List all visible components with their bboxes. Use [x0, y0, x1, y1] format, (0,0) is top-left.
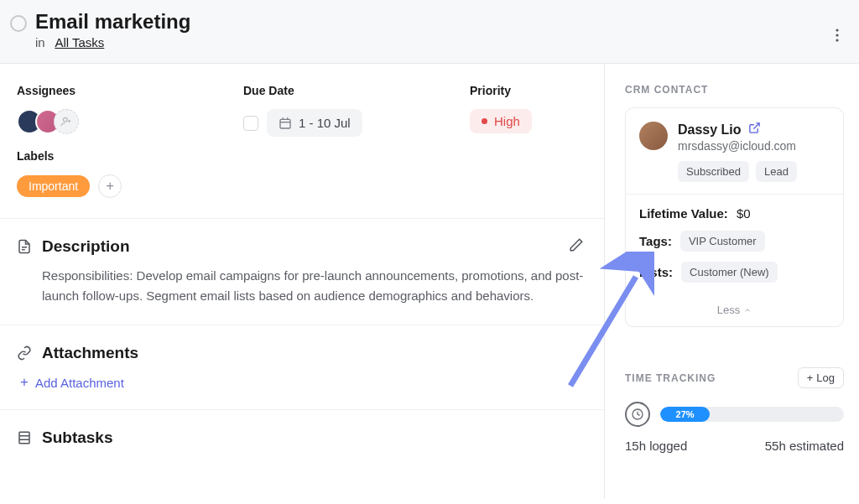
crm-less-label: Less — [717, 304, 740, 316]
document-icon — [17, 238, 32, 255]
priority-value: High — [494, 114, 520, 128]
crm-tag-chip[interactable]: VIP Customer — [680, 231, 765, 252]
assignees-label: Assignees — [17, 84, 243, 97]
time-estimated: 55h estimated — [765, 439, 844, 453]
svg-point-0 — [836, 29, 838, 31]
task-title[interactable]: Email marketing — [35, 10, 842, 34]
due-date-checkbox[interactable] — [243, 116, 258, 131]
svg-rect-12 — [19, 432, 29, 444]
time-progress-bar[interactable]: 27% — [660, 407, 844, 422]
time-progress-fill: 27% — [660, 407, 710, 422]
add-assignee-button[interactable] — [54, 109, 79, 134]
svg-point-3 — [64, 117, 68, 122]
more-vertical-icon — [836, 29, 839, 42]
more-menu-button[interactable] — [827, 25, 847, 45]
subtasks-icon — [17, 429, 32, 446]
svg-rect-6 — [280, 119, 290, 128]
crm-list-chip[interactable]: Customer (New) — [681, 262, 778, 283]
crm-tags-label: Tags: — [639, 234, 672, 248]
breadcrumb-prefix: in — [35, 35, 45, 49]
plus-icon: + — [807, 372, 814, 384]
time-tracking-label: TIME TRACKING — [625, 372, 716, 384]
description-heading: Description — [42, 237, 130, 256]
add-attachment-button[interactable]: + Add Attachment — [20, 374, 587, 391]
crm-collapse-button[interactable]: Less — [717, 304, 752, 316]
crm-ltv-label: Lifetime Value: — [639, 206, 728, 221]
edit-description-button[interactable] — [569, 237, 584, 257]
crm-lists-label: Lists: — [639, 265, 673, 279]
clock-icon — [631, 408, 644, 421]
side-column: CRM CONTACT Dassy Lio mrsdassy@icloud.co… — [604, 64, 859, 499]
label-chip[interactable]: Important — [17, 175, 90, 197]
priority-label: Priority — [470, 84, 570, 97]
calendar-icon — [279, 117, 292, 130]
task-header: Email marketing in All Tasks — [0, 0, 859, 64]
external-link-icon — [748, 122, 761, 134]
svg-line-15 — [753, 123, 759, 129]
crm-contact-card: Dassy Lio mrsdassy@icloud.com Subscribed… — [625, 107, 844, 327]
crm-contact-name[interactable]: Dassy Lio — [678, 122, 742, 138]
time-progress-percent: 27% — [676, 409, 695, 419]
due-date-value: 1 - 10 Jul — [299, 116, 351, 130]
crm-panel-label: CRM CONTACT — [625, 84, 844, 96]
svg-point-1 — [836, 34, 838, 36]
subtasks-section: Subtasks — [0, 410, 604, 465]
start-timer-button[interactable] — [625, 402, 650, 427]
due-date-label: Due Date — [243, 84, 470, 97]
breadcrumb: in All Tasks — [35, 35, 842, 49]
crm-avatar[interactable] — [639, 122, 668, 150]
breadcrumb-link[interactable]: All Tasks — [55, 35, 104, 49]
attachments-heading: Attachments — [42, 344, 138, 362]
assignees-avatars[interactable] — [17, 109, 243, 134]
crm-contact-email[interactable]: mrsdassy@icloud.com — [678, 139, 797, 153]
task-status-toggle[interactable] — [10, 15, 27, 32]
meta-row: Assignees Labels Important + — [0, 64, 604, 219]
crm-status-tag[interactable]: Subscribed — [678, 161, 749, 182]
log-time-label: Log — [816, 372, 835, 384]
log-time-button[interactable]: + Log — [798, 367, 844, 388]
plus-icon: + — [20, 374, 29, 391]
add-attachment-label: Add Attachment — [35, 376, 124, 390]
labels-label: Labels — [17, 149, 243, 163]
time-logged: 15h logged — [625, 439, 687, 453]
description-section: Description Responsibilities: Develop em… — [0, 219, 604, 325]
crm-status-tag[interactable]: Lead — [756, 161, 797, 182]
attachments-section: Attachments + Add Attachment — [0, 325, 604, 410]
priority-chip[interactable]: High — [470, 109, 532, 133]
subtasks-heading: Subtasks — [42, 429, 112, 447]
due-date-picker[interactable]: 1 - 10 Jul — [267, 109, 362, 137]
add-label-button[interactable]: + — [98, 174, 122, 198]
pencil-icon — [569, 237, 584, 252]
chevron-up-icon — [743, 306, 752, 314]
priority-dot-icon — [482, 118, 487, 124]
link-icon — [17, 346, 32, 361]
main-column: Assignees Labels Important + — [0, 64, 604, 499]
open-external-button[interactable] — [748, 122, 761, 138]
description-text[interactable]: Responsibilities: Develop email campaign… — [42, 266, 587, 306]
crm-ltv-value: $0 — [737, 206, 751, 221]
user-plus-icon — [60, 116, 72, 127]
time-tracking-panel: TIME TRACKING + Log 27% 15h logged 55 — [625, 367, 844, 453]
svg-point-2 — [836, 39, 838, 41]
